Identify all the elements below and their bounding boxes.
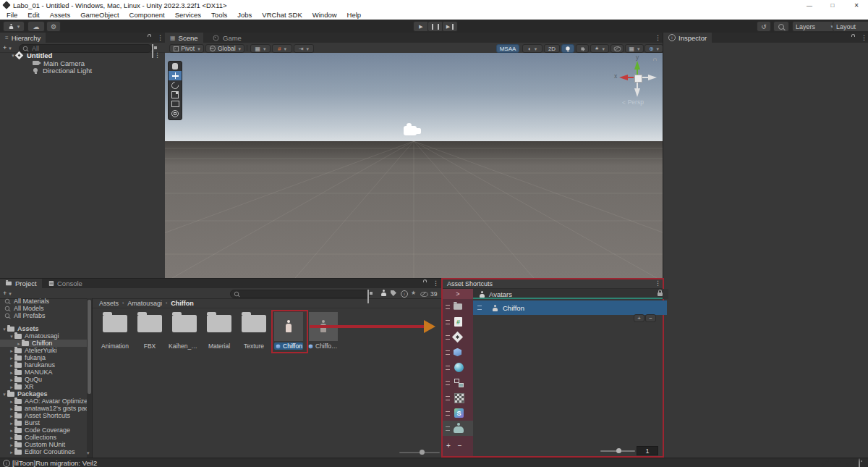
- account-button[interactable]: ▾: [3, 21, 25, 32]
- drag-handle-icon[interactable]: [446, 320, 450, 324]
- layers-dropdown[interactable]: Layers ▾: [792, 21, 837, 32]
- orientation-gizmo[interactable]: y x < Persp: [615, 55, 661, 107]
- tab-game[interactable]: Game: [207, 33, 247, 43]
- rotate-tool-button[interactable]: [169, 80, 182, 90]
- shading-mode-dropdown[interactable]: ◐ ▾: [522, 44, 542, 53]
- 2d-toggle[interactable]: 2D: [544, 44, 560, 53]
- foldout-icon[interactable]: ▸: [9, 370, 14, 375]
- drag-handle-icon[interactable]: [446, 426, 450, 431]
- tree-item-asset-shortcuts[interactable]: ▸Asset Shortcuts: [0, 412, 87, 419]
- breadcrumb-amatousagi[interactable]: Amatousagi: [127, 300, 162, 307]
- count-field[interactable]: 1: [637, 446, 658, 455]
- foldout-icon[interactable]: ▾: [9, 334, 14, 339]
- folder-tile-material[interactable]: Material: [203, 312, 235, 350]
- tree-item-custom-nunit[interactable]: ▸Custom NUnit: [0, 441, 87, 448]
- status-message[interactable]: [lilToon]Run migration: Veil2: [12, 459, 97, 467]
- foldout-icon[interactable]: ▸: [9, 406, 14, 411]
- foldout-icon[interactable]: ▸: [9, 377, 14, 382]
- drag-handle-icon[interactable]: [446, 381, 450, 385]
- foldout-icon[interactable]: ▸: [9, 384, 14, 390]
- foldout-icon[interactable]: ▸: [9, 428, 14, 433]
- tab-scene[interactable]: ▦ Scene: [165, 33, 203, 43]
- tree-scrollbar[interactable]: ▾: [87, 298, 92, 458]
- down-axis-cone[interactable]: [634, 88, 640, 97]
- add-gameobject-button[interactable]: + ▾: [3, 44, 12, 51]
- foldout-icon[interactable]: ▸: [9, 348, 14, 353]
- foldout-icon[interactable]: ▾: [1, 392, 7, 397]
- scrollbar-thumb[interactable]: [88, 300, 91, 394]
- audio-toggle[interactable]: [576, 44, 589, 53]
- info-icon[interactable]: i: [401, 290, 408, 298]
- label-tag-icon[interactable]: [391, 290, 396, 296]
- undo-history-button[interactable]: ↺: [757, 21, 771, 32]
- drag-handle-icon[interactable]: [446, 411, 450, 416]
- scrollbar-down-icon[interactable]: ▾: [87, 450, 90, 456]
- category-avatar-selected[interactable]: [443, 421, 473, 436]
- scale-tool-button[interactable]: [169, 90, 182, 99]
- foldout-icon[interactable]: ▸: [9, 442, 14, 447]
- camera-settings-dropdown[interactable]: ▦ ▾: [625, 44, 644, 53]
- slider-handle[interactable]: [616, 448, 621, 453]
- folder-tile-animation[interactable]: Animation: [99, 312, 131, 350]
- lighting-toggle[interactable]: [561, 44, 574, 53]
- search-button[interactable]: [773, 21, 789, 32]
- transform-tool-button[interactable]: [169, 109, 182, 118]
- global-dropdown[interactable]: Global ▾: [205, 44, 244, 53]
- menu-file[interactable]: File: [1, 11, 22, 19]
- slider-handle[interactable]: [420, 450, 425, 455]
- kebab-menu-icon[interactable]: ⋮: [433, 280, 439, 287]
- shortcut-item-chiffon[interactable]: Chiffon: [473, 300, 667, 315]
- settings-button[interactable]: ⚙: [46, 21, 61, 32]
- drag-handle-icon[interactable]: [446, 305, 450, 309]
- category-animator[interactable]: [443, 375, 473, 390]
- add-shortcut-button[interactable]: +: [634, 314, 644, 322]
- move-snap-dropdown[interactable]: ⇥ ▾: [294, 44, 314, 53]
- category-unity-asset[interactable]: [443, 329, 473, 345]
- grid-visibility-dropdown[interactable]: ▦ ▾: [250, 44, 271, 53]
- hierarchy-item-main-camera[interactable]: Main Camera: [0, 59, 165, 67]
- x-axis-cone[interactable]: [619, 75, 628, 80]
- menu-jobs[interactable]: Jobs: [232, 11, 257, 19]
- move-tool-button[interactable]: [169, 71, 182, 80]
- progress-status-icon[interactable]: [859, 458, 860, 467]
- drag-handle-icon[interactable]: [477, 306, 482, 310]
- persp-label[interactable]: < Persp: [622, 98, 644, 106]
- tree-item-amatousagi[interactable]: ▾Amatousagi: [0, 332, 87, 340]
- prefab-tile-chiffon[interactable]: Chiffon: [273, 312, 305, 350]
- kebab-menu-icon[interactable]: ⋮: [655, 280, 661, 287]
- camera-gizmo-sprite[interactable]: [404, 122, 425, 138]
- tree-item-manuka[interactable]: ▸MANUKA: [0, 369, 87, 376]
- thumbnail-zoom-slider[interactable]: [399, 450, 440, 455]
- favorite-all-models[interactable]: All Models: [0, 305, 87, 312]
- kebab-menu-icon[interactable]: ⋮: [157, 35, 163, 41]
- minimize-button[interactable]: —: [799, 0, 820, 10]
- foldout-icon[interactable]: ▸: [9, 399, 14, 404]
- drag-handle-icon[interactable]: [446, 335, 450, 340]
- menu-edit[interactable]: Edit: [22, 11, 44, 19]
- tab-project[interactable]: Project: [0, 279, 42, 288]
- group-back-button[interactable]: >: [443, 289, 473, 299]
- tree-item-harukanus[interactable]: ▸harukanus: [0, 361, 87, 369]
- scene-viewport[interactable]: y x < Persp: [165, 53, 663, 278]
- category-folder[interactable]: [443, 299, 473, 314]
- foldout-icon[interactable]: ▸: [9, 450, 14, 455]
- layout-dropdown[interactable]: Layout ▾: [833, 21, 868, 32]
- project-search-input[interactable]: [230, 290, 370, 298]
- menu-component[interactable]: Component: [124, 11, 170, 19]
- menu-tools[interactable]: Tools: [206, 11, 232, 19]
- tree-item-xr[interactable]: ▸XR: [0, 383, 87, 390]
- cloud-button[interactable]: ☁: [27, 21, 45, 32]
- favorite-all-prefabs[interactable]: All Prefabs: [0, 312, 87, 319]
- step-button[interactable]: ▶: [442, 21, 458, 32]
- effects-dropdown[interactable]: ★ ▾: [590, 44, 609, 53]
- hierarchy-item-directional-light[interactable]: Directional Light: [0, 67, 165, 74]
- foldout-icon[interactable]: ▸: [9, 355, 14, 361]
- breadcrumb-chiffon[interactable]: Chiffon: [171, 300, 194, 307]
- favorite-all-materials[interactable]: All Materials: [0, 298, 87, 305]
- tree-item-editor-coroutines[interactable]: ▸Editor Coroutines: [0, 448, 87, 455]
- right-axis-cone[interactable]: [648, 75, 657, 80]
- maximize-button[interactable]: □: [822, 0, 843, 10]
- folder-tile-kaihen[interactable]: Kaihen_pre...: [169, 312, 200, 350]
- menu-vrchat-sdk[interactable]: VRChat SDK: [257, 11, 307, 19]
- prefab-tile-chiffon-kis[interactable]: Chiffon_kis...: [307, 312, 341, 350]
